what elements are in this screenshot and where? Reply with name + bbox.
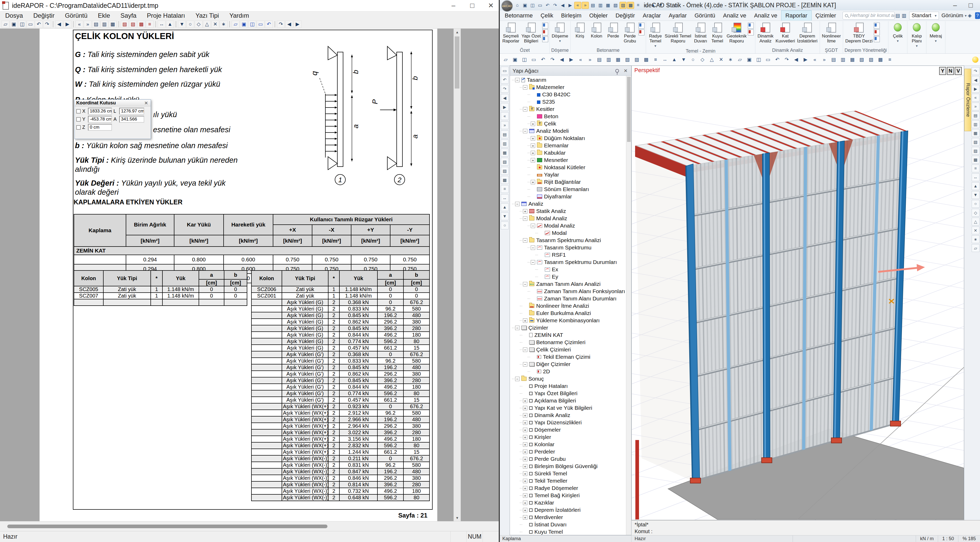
perpendicular-icon[interactable]: ▤ — [589, 2, 596, 9]
small-report-icon[interactable] — [874, 23, 880, 29]
tree-item-kolonlar[interactable]: +Kolonlar — [511, 441, 625, 448]
menu-proje-hataları[interactable]: Proje Hataları — [142, 11, 190, 20]
ribbon-button-kiriş[interactable]: Kiriş — [572, 22, 588, 39]
align-icon[interactable]: ▦ — [614, 55, 622, 64]
close-button[interactable]: ✕ — [483, 0, 499, 11]
tree-item-perde-grubu[interactable]: +Perde Grubu — [511, 455, 625, 462]
small-report-icon[interactable] — [874, 36, 880, 42]
panel-icon[interactable]: ▶ — [972, 85, 980, 92]
tree-item-euler-burkulma-analizi[interactable]: Euler Burkulma Analizi — [511, 309, 625, 317]
l-field[interactable]: 1276.97 cm — [119, 108, 144, 115]
page-layout-icon[interactable]: ◀ — [55, 21, 63, 28]
frame-icon[interactable]: ◀ — [972, 76, 980, 84]
x-checkbox[interactable] — [76, 109, 81, 113]
column-icon[interactable]: ▦ — [501, 149, 509, 156]
hatch-icon[interactable]: ◇ — [972, 209, 980, 217]
expand-icon[interactable]: + — [523, 501, 527, 505]
ribbon-button-kat[interactable]: Kat Kuvvetleri — [775, 22, 796, 44]
tab-görüntü[interactable]: Görüntü — [690, 10, 719, 21]
grid-panel-icon[interactable]: ▦ — [972, 129, 980, 137]
ribbon-button-tbdy[interactable]: TBDY Deprem Derzi — [845, 22, 873, 44]
ribbon-button-metraj[interactable]: Metraj▾ — [928, 22, 944, 43]
koordinat-kutusu-dialog[interactable]: Koordinat Kutusu ✕ X 1833.26 cm L 1276.9… — [75, 99, 151, 139]
tree-item-kazıklar[interactable]: +Kazıklar — [511, 499, 625, 506]
pan-icon[interactable]: ↷ — [501, 85, 509, 92]
y-checkbox[interactable] — [76, 117, 81, 121]
polygon-icon[interactable]: ▶ — [801, 55, 810, 64]
wall-icon[interactable]: △ — [708, 55, 716, 64]
hscroll-thumb[interactable] — [7, 524, 328, 528]
tree-item-nonlineer-i̇tme-analizi[interactable]: Nonlineer İtme Analizi — [511, 302, 625, 309]
redo-icon[interactable]: ◀ — [559, 2, 566, 9]
open-icon[interactable]: ▱ — [2, 21, 10, 28]
report-cols-icon[interactable]: △ — [203, 21, 211, 28]
tree-item-kesitler[interactable]: −Kesitler — [511, 105, 625, 113]
menu-ekle[interactable]: Ekle — [93, 11, 115, 20]
tree-item-beton[interactable]: Beton — [511, 113, 625, 120]
tree-item-diyaframlar[interactable]: Diyaframlar — [511, 193, 625, 200]
tab-analiz-ve[interactable]: Analiz ve — [719, 10, 750, 21]
ribbon-button-dinamik[interactable]: Dinamik Analiz — [757, 22, 774, 44]
settings-icon[interactable]: ◈ — [966, 11, 973, 20]
tab-çizimler[interactable]: Çizimler — [811, 10, 840, 21]
collapse-icon[interactable]: − — [515, 326, 520, 330]
orbit-icon[interactable]: ◀ — [501, 94, 509, 102]
report-end-icon[interactable]: ∗ — [220, 21, 228, 28]
expand-icon[interactable]: + — [523, 428, 527, 432]
tree-item-ey[interactable]: Ey — [511, 273, 625, 281]
tree-item-düğüm-noktaları[interactable]: +Düğüm Noktaları — [511, 135, 625, 142]
tree-item-merdivenler[interactable]: +Merdivenler — [511, 513, 625, 521]
tab-araçlar[interactable]: Araçlar — [639, 10, 665, 21]
tree-item-zaman-tanım-alanı-analizi[interactable]: −Zaman Tanım Alanı Analizi — [511, 281, 625, 288]
ribbon-button-kolon[interactable]: Kolon — [589, 22, 605, 39]
tree-item-rijit-bağlantılar[interactable]: +Rijit Bağlantılar — [511, 179, 625, 186]
insert-break-icon[interactable]: ↔ — [158, 21, 165, 28]
shade-icon[interactable]: « — [811, 55, 819, 64]
frame-icon[interactable]: ◇ — [698, 55, 707, 64]
layer-icon[interactable]: ✕ — [972, 226, 980, 234]
roof-icon[interactable]: ▩ — [501, 176, 509, 184]
command-prompt[interactable]: Komut : — [635, 528, 977, 535]
expand-icon[interactable]: + — [523, 421, 527, 425]
units-icon[interactable]: ▥ — [838, 55, 847, 64]
small-report-icon[interactable] — [542, 23, 548, 29]
zoom-out-icon[interactable]: ▱ — [501, 55, 510, 64]
tree-item-çelik[interactable]: +Çelik — [511, 120, 625, 127]
tree-item-analiz-modeli[interactable]: −Analiz Modeli — [511, 127, 625, 135]
light-icon[interactable] — [972, 56, 978, 63]
quantity-icon[interactable]: ▱ — [972, 244, 980, 252]
tree-item-temel-bağ-kirişleri[interactable]: +Temel Bağ Kirişleri — [511, 492, 625, 499]
tree-item-ex[interactable]: Ex — [511, 266, 625, 273]
tree-item-açıklama-bilgileri[interactable]: +Açıklama Bilgileri — [511, 397, 625, 404]
tree-item-c30-b420c[interactable]: C30 B420C — [511, 91, 625, 98]
expand-icon[interactable]: + — [531, 151, 535, 155]
small-report-icon[interactable] — [638, 23, 644, 29]
first-page-icon[interactable]: ▤ — [92, 21, 100, 28]
standart-combo[interactable]: Standart▾ — [909, 12, 939, 19]
label-icon[interactable]: ▼ — [501, 212, 509, 220]
next-page-icon[interactable]: » — [84, 21, 92, 28]
help-button[interactable]: ? — [975, 12, 980, 19]
expand-icon[interactable]: + — [523, 413, 527, 418]
tree-item-elemanlar[interactable]: +Elemanlar — [511, 142, 625, 149]
vertical-scrollbar[interactable]: ▲ ▼ — [453, 29, 461, 521]
mark-first-icon[interactable]: ▧ — [121, 21, 129, 28]
expand-icon[interactable]: + — [523, 479, 527, 483]
fit-width-icon[interactable]: ↷ — [277, 21, 285, 28]
collapse-icon[interactable]: − — [523, 85, 527, 89]
tree-item-mesnetler[interactable]: +Mesnetler — [511, 156, 625, 164]
menu-sayfa[interactable]: Sayfa — [115, 11, 142, 20]
hatch-icon[interactable]: ∗ — [726, 55, 735, 64]
angle-snap-icon[interactable]: ◀ — [558, 55, 566, 64]
tree-item-sonuç[interactable]: −Sonuç — [511, 375, 625, 383]
undo-icon[interactable]: ↷ — [552, 2, 558, 9]
view-v-button[interactable]: V — [955, 67, 962, 75]
expand-icon[interactable]: + — [523, 486, 527, 491]
fit-height-icon[interactable]: ◀ — [285, 21, 293, 28]
table-blue-icon[interactable]: ▱ — [232, 21, 239, 28]
tree-item-proje-hataları[interactable]: Proje Hataları — [511, 383, 625, 390]
circle-icon[interactable]: ◀ — [792, 55, 800, 64]
expand-icon[interactable]: + — [523, 450, 527, 454]
stair-icon[interactable]: ≡ — [501, 185, 509, 193]
axis-icon[interactable]: ○ — [689, 55, 697, 64]
